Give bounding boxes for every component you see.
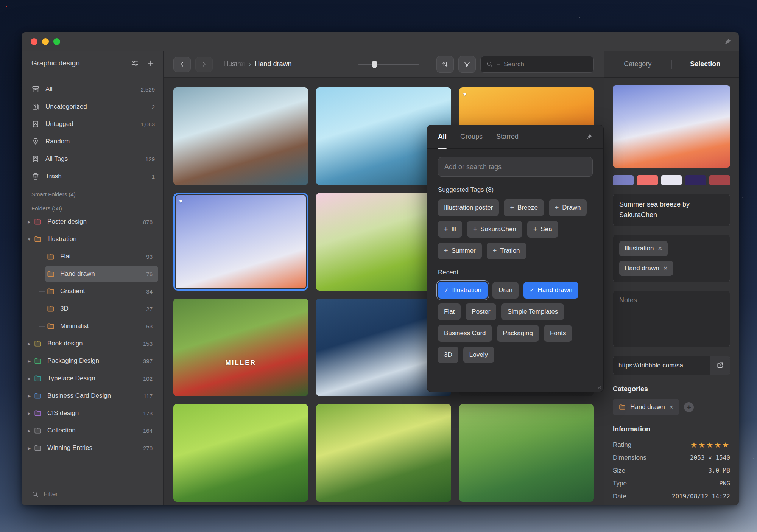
add-tag-input[interactable] <box>438 157 593 177</box>
item-tag-hand-drawn[interactable]: Hand drawn ✕ <box>619 261 673 276</box>
sort-button[interactable] <box>436 56 454 73</box>
breadcrumb-current[interactable]: Hand drawn <box>255 60 291 68</box>
color-swatch[interactable] <box>709 175 730 185</box>
recent-tag-hand-drawn[interactable]: ✓ Hand drawn <box>523 282 578 299</box>
back-button[interactable] <box>173 57 191 72</box>
suggested-tag-breeze[interactable]: + Breeze <box>504 199 544 216</box>
disclosure-triangle-icon[interactable]: ▶ <box>25 359 33 363</box>
disclosure-triangle-icon[interactable]: ▶ <box>25 429 33 433</box>
remove-category-icon[interactable]: ✕ <box>669 404 674 410</box>
folder-row-packaging-design[interactable]: ▶ Packaging Design 397 <box>22 352 163 370</box>
slider-thumb[interactable] <box>372 61 377 68</box>
search-input[interactable] <box>504 61 588 68</box>
disclosure-triangle-icon[interactable]: ▶ <box>25 394 33 398</box>
recent-tag-fonts[interactable]: Fonts <box>544 325 572 342</box>
remove-tag-icon[interactable]: ✕ <box>663 265 668 272</box>
add-folder-icon[interactable] <box>146 59 155 67</box>
folder-row-winning-entries[interactable]: ▶ Winning Entries 270 <box>22 439 163 457</box>
remove-tag-icon[interactable]: ✕ <box>657 245 662 252</box>
rating-stars[interactable]: ★★★★★ <box>690 440 730 450</box>
library-settings-icon[interactable] <box>131 59 139 67</box>
tag-popup-tab-starred[interactable]: Starred <box>496 125 519 148</box>
notes-field[interactable]: Notes... <box>613 291 730 347</box>
recent-tag-uran[interactable]: Uran <box>492 282 519 299</box>
recent-tag-illustration[interactable]: ✓ Illustration <box>438 282 488 299</box>
sidebar-item-uncategorized[interactable]: Uncategorized 2 <box>22 98 163 115</box>
breadcrumb-parent[interactable]: Illustrat <box>223 60 245 68</box>
color-swatch[interactable] <box>613 175 634 185</box>
sidebar-item-all[interactable]: All 2,529 <box>22 81 163 98</box>
category-chip-hand-drawn[interactable]: Hand drawn✕ <box>613 399 679 415</box>
minimize-window-button[interactable] <box>42 38 49 45</box>
close-window-button[interactable] <box>31 38 37 45</box>
disclosure-triangle-icon[interactable]: ▶ <box>25 411 33 415</box>
folder-row-business-card-design[interactable]: ▶ Business Card Design 117 <box>22 387 163 404</box>
grid-item-winter-cabin-illustration[interactable] <box>173 87 308 185</box>
tab-category[interactable]: Category <box>604 60 671 68</box>
folder-row-illustration[interactable]: ▼ Illustration <box>22 230 163 248</box>
folder-row-cis-design[interactable]: ▶ CIS design 173 <box>22 404 163 422</box>
folder-row-flat[interactable]: Flat 93 <box>22 248 163 265</box>
filter-button[interactable] <box>458 56 476 73</box>
resize-handle[interactable] <box>596 384 601 389</box>
suggested-tag-illustration-poster[interactable]: Illustration poster <box>438 199 499 216</box>
folder-row-3d[interactable]: 3D 27 <box>22 300 163 317</box>
folder-filter-input[interactable] <box>44 490 119 498</box>
source-url-field[interactable]: https://dribbble.com/sa <box>613 356 710 375</box>
color-swatch[interactable] <box>661 175 682 185</box>
disclosure-triangle-icon[interactable]: ▶ <box>25 342 33 346</box>
recent-tag-flat[interactable]: Flat <box>438 303 461 320</box>
grid-item-summer-sea-breeze-bus-illustration[interactable]: ♥ <box>173 193 308 291</box>
color-swatch[interactable] <box>685 175 706 185</box>
folder-row-book-design[interactable]: ▶ Book design 153 <box>22 335 163 352</box>
suggested-tag-summer[interactable]: + Summer <box>438 243 482 259</box>
disclosure-triangle-icon[interactable]: ▼ <box>25 237 33 241</box>
item-title-field[interactable]: Summer sea breeze by SakuraChen <box>613 194 730 226</box>
selection-preview-image[interactable] <box>613 85 730 168</box>
disclosure-triangle-icon[interactable]: ▶ <box>25 376 33 381</box>
smart-folders-section-label[interactable]: Smart Folders (4) <box>22 185 163 199</box>
maximize-window-button[interactable] <box>53 38 60 45</box>
sidebar-item-random[interactable]: Random <box>22 133 163 150</box>
recent-tag-simple-templates[interactable]: Simple Templates <box>501 303 564 320</box>
folder-row-typeface-design[interactable]: ▶ Typeface Design 102 <box>22 370 163 387</box>
add-category-button[interactable]: + <box>684 402 694 412</box>
suggested-tag-tration[interactable]: + Tration <box>487 243 526 259</box>
folders-section-label[interactable]: Folders (58) <box>22 199 163 213</box>
library-name[interactable]: Graphic design ... <box>31 59 88 67</box>
sidebar-item-all-tags[interactable]: All Tags 129 <box>22 150 163 168</box>
grid-item-pond-flowers-illustration[interactable] <box>459 404 594 502</box>
recent-tag-3d[interactable]: 3D <box>438 347 458 363</box>
sidebar-item-untagged[interactable]: Untagged 1,063 <box>22 115 163 133</box>
open-link-button[interactable] <box>710 356 730 375</box>
forward-button[interactable] <box>195 57 213 72</box>
suggested-tag-ill[interactable]: + Ill <box>438 221 462 238</box>
grid-item-cat-jungle-illustration[interactable] <box>173 404 308 502</box>
tag-popup-tab-groups[interactable]: Groups <box>460 125 483 148</box>
recent-tag-packaging[interactable]: Packaging <box>497 325 539 342</box>
recent-tag-business-card[interactable]: Business Card <box>438 325 492 342</box>
grid-item-flower-girl-miller-illustration[interactable]: MILLER <box>173 299 308 396</box>
color-swatch[interactable] <box>637 175 658 185</box>
suggested-tag-drawn[interactable]: + Drawn <box>549 199 587 216</box>
thumbnail-size-slider[interactable] <box>358 61 419 68</box>
search-scope-chevron-icon[interactable] <box>496 62 501 67</box>
tab-selection[interactable]: Selection <box>672 60 739 68</box>
item-tags-box[interactable]: Illustration ✕ Hand drawn ✕ <box>613 235 730 282</box>
tag-popup-tab-all[interactable]: All <box>438 125 447 148</box>
grid-item-deer-forest-illustration[interactable] <box>316 404 451 502</box>
recent-tag-lovely[interactable]: Lovely <box>463 347 494 363</box>
disclosure-triangle-icon[interactable]: ▶ <box>25 220 33 224</box>
sidebar-item-trash[interactable]: Trash 1 <box>22 168 163 185</box>
search-field[interactable] <box>480 56 594 73</box>
window-pin-icon[interactable] <box>724 38 731 45</box>
suggested-tag-sakurachen[interactable]: + SakuraChen <box>467 221 522 238</box>
item-tag-illustration[interactable]: Illustration ✕ <box>619 241 668 256</box>
recent-tag-poster[interactable]: Poster <box>466 303 496 320</box>
folder-row-gradient[interactable]: Gradient 34 <box>22 283 163 300</box>
folder-row-hand-drawn[interactable]: Hand drawn 76 <box>22 265 163 283</box>
popup-pin-icon[interactable] <box>585 133 593 141</box>
disclosure-triangle-icon[interactable]: ▶ <box>25 446 33 450</box>
suggested-tag-sea[interactable]: + Sea <box>527 221 558 238</box>
folder-row-collection[interactable]: ▶ Collection 164 <box>22 422 163 439</box>
